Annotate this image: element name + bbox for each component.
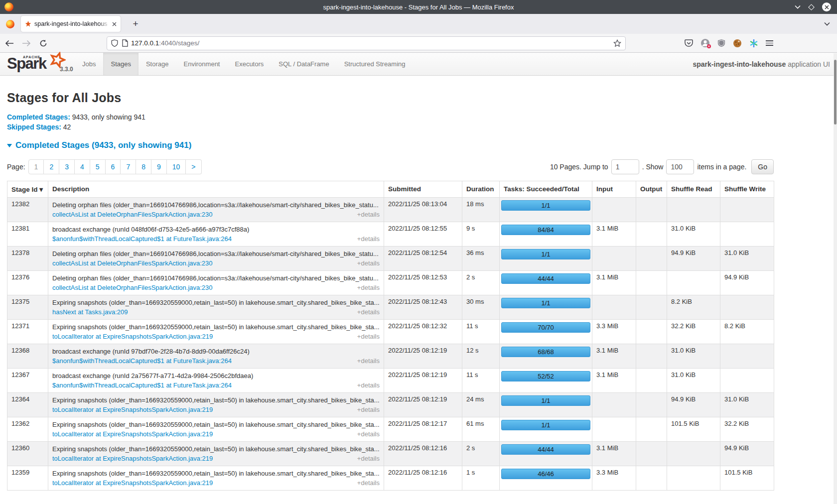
stage-detail-link[interactable]: toLocalIterator at ExpireSnapshotsSparkA… bbox=[52, 454, 213, 463]
stage-detail-link[interactable]: toLocalIterator at ExpireSnapshotsSparkA… bbox=[52, 478, 213, 488]
column-header-input[interactable]: Input bbox=[592, 181, 636, 198]
items-per-page-input[interactable] bbox=[666, 159, 694, 174]
tab-close-icon[interactable] bbox=[112, 22, 117, 26]
output-cell bbox=[636, 247, 667, 271]
details-toggle[interactable]: +details bbox=[357, 283, 380, 292]
forward-button[interactable] bbox=[19, 36, 34, 50]
firefox-icon[interactable] bbox=[6, 20, 14, 28]
ublock-origin-icon[interactable] bbox=[717, 39, 725, 47]
shuffle-write-cell: 32.2 KiB bbox=[720, 417, 774, 442]
stage-detail-link[interactable]: collectAsList at DeleteOrphanFilesSparkA… bbox=[52, 258, 213, 268]
show-label: . Show bbox=[642, 163, 664, 171]
page-button-4[interactable]: 4 bbox=[75, 159, 90, 174]
page-button-9[interactable]: 9 bbox=[151, 159, 167, 174]
next-page-button[interactable]: > bbox=[186, 159, 201, 174]
stage-id-cell: 12381 bbox=[7, 222, 48, 247]
input-cell bbox=[592, 295, 636, 320]
page-button-3[interactable]: 3 bbox=[59, 159, 75, 174]
back-button[interactable] bbox=[2, 36, 17, 50]
pocket-icon[interactable] bbox=[685, 39, 693, 47]
application-ui-label: spark-ingest-into-lakehouse application … bbox=[693, 53, 830, 75]
app-menu-icon[interactable] bbox=[766, 39, 773, 47]
column-header-shuffle-write[interactable]: Shuffle Write bbox=[720, 181, 774, 198]
nav-item-sql-dataframe[interactable]: SQL / DataFrame bbox=[271, 53, 336, 75]
column-header-tasks-succeeded-total[interactable]: Tasks: Succeeded/Total bbox=[500, 181, 592, 198]
details-toggle[interactable]: +details bbox=[357, 307, 380, 317]
completed-stages-link[interactable]: Completed Stages: bbox=[7, 113, 70, 121]
tasks-progress-bar: 1/1 bbox=[501, 200, 590, 211]
stage-detail-link[interactable]: $anonfun$withThreadLocalCaptured$1 at Fu… bbox=[52, 380, 232, 390]
column-header-submitted[interactable]: Submitted bbox=[384, 181, 462, 198]
nav-item-stages[interactable]: Stages bbox=[103, 53, 138, 75]
url-bar[interactable]: 127.0.0.1:4040/stages/ bbox=[107, 36, 626, 50]
nav-item-executors[interactable]: Executors bbox=[227, 53, 271, 75]
nav-item-environment[interactable]: Environment bbox=[176, 53, 228, 75]
description-cell: broadcast exchange (runId 97bdf70e-2f28-… bbox=[48, 344, 384, 369]
stage-detail-link[interactable]: toLocalIterator at ExpireSnapshotsSparkA… bbox=[52, 429, 213, 439]
details-toggle[interactable]: +details bbox=[357, 332, 380, 341]
window-maximize-icon[interactable] bbox=[808, 4, 815, 10]
table-row: 12378Deleting orphan files (older_than=1… bbox=[7, 247, 774, 271]
account-icon[interactable] bbox=[700, 38, 710, 48]
page-content: Stages for All Jobs Completed Stages: 94… bbox=[7, 91, 774, 491]
scrollbar[interactable] bbox=[834, 53, 837, 504]
column-header-duration[interactable]: Duration bbox=[462, 181, 500, 198]
bookmark-star-icon[interactable] bbox=[613, 39, 621, 47]
window-close-icon[interactable] bbox=[822, 2, 831, 11]
nav-item-storage[interactable]: Storage bbox=[139, 53, 176, 75]
column-header-shuffle-read[interactable]: Shuffle Read bbox=[667, 181, 720, 198]
stage-detail-link[interactable]: hasNext at Tasks.java:209 bbox=[52, 307, 128, 317]
details-toggle[interactable]: +details bbox=[357, 380, 380, 390]
details-toggle[interactable]: +details bbox=[357, 234, 380, 244]
page-button-7[interactable]: 7 bbox=[121, 159, 136, 174]
shuffle-read-cell bbox=[667, 466, 720, 491]
tab-list-dropdown-icon[interactable] bbox=[824, 22, 830, 26]
stage-detail-link[interactable]: collectAsList at DeleteOrphanFilesSparkA… bbox=[52, 283, 213, 292]
shield-icon[interactable] bbox=[111, 39, 118, 47]
details-toggle[interactable]: +details bbox=[357, 429, 380, 439]
submitted-cell: 2022/11/25 08:12:16 bbox=[384, 466, 462, 491]
page-button-1[interactable]: 1 bbox=[28, 159, 44, 174]
details-toggle[interactable]: +details bbox=[357, 258, 380, 268]
new-tab-button[interactable]: + bbox=[129, 17, 142, 31]
go-button[interactable]: Go bbox=[751, 159, 774, 174]
stage-detail-link[interactable]: $anonfun$withThreadLocalCaptured$1 at Fu… bbox=[52, 356, 232, 366]
completed-stages-section-toggle[interactable]: Completed Stages (9433, only showing 941… bbox=[7, 140, 774, 150]
scrollbar-thumb[interactable] bbox=[834, 60, 837, 125]
spark-favicon-icon bbox=[25, 21, 31, 27]
column-header-description[interactable]: Description bbox=[48, 181, 384, 198]
output-cell bbox=[636, 222, 667, 247]
page-button-2[interactable]: 2 bbox=[44, 159, 59, 174]
submitted-cell: 2022/11/25 08:12:54 bbox=[384, 247, 462, 271]
stage-detail-link[interactable]: collectAsList at DeleteOrphanFilesSparkA… bbox=[52, 210, 213, 219]
tab-spark-ingest[interactable]: spark-ingest-into-lakehous bbox=[21, 16, 121, 32]
details-toggle[interactable]: +details bbox=[357, 210, 380, 219]
stage-detail-link[interactable]: toLocalIterator at ExpireSnapshotsSparkA… bbox=[52, 405, 213, 414]
stage-detail-link[interactable]: toLocalIterator at ExpireSnapshotsSparkA… bbox=[52, 332, 213, 341]
reload-button[interactable] bbox=[36, 36, 51, 50]
jump-to-page-input[interactable] bbox=[611, 159, 639, 174]
details-toggle[interactable]: +details bbox=[357, 405, 380, 414]
shuffle-write-cell: 94.9 KiB bbox=[720, 271, 774, 295]
duration-cell: 2 s bbox=[462, 442, 500, 466]
details-toggle[interactable]: +details bbox=[357, 356, 380, 366]
stage-detail-link[interactable]: $anonfun$withThreadLocalCaptured$1 at Fu… bbox=[52, 234, 232, 244]
cookie-icon[interactable] bbox=[733, 39, 742, 48]
application-name: spark-ingest-into-lakehouse bbox=[693, 60, 786, 68]
column-header-output[interactable]: Output bbox=[636, 181, 667, 198]
page-button-8[interactable]: 8 bbox=[136, 159, 151, 174]
page-info-icon[interactable] bbox=[122, 39, 128, 47]
nav-item-structured-streaming[interactable]: Structured Streaming bbox=[337, 53, 413, 75]
page-button-6[interactable]: 6 bbox=[106, 159, 121, 174]
page-button-10[interactable]: 10 bbox=[167, 159, 186, 174]
multicolor-asterisk-icon[interactable] bbox=[749, 39, 758, 48]
details-toggle[interactable]: +details bbox=[357, 454, 380, 463]
skipped-stages-link[interactable]: Skipped Stages: bbox=[7, 123, 61, 131]
page-button-5[interactable]: 5 bbox=[90, 159, 106, 174]
nav-item-jobs[interactable]: Jobs bbox=[75, 53, 103, 75]
window-minimize-icon[interactable] bbox=[795, 5, 801, 9]
details-toggle[interactable]: +details bbox=[357, 478, 380, 488]
page-label: Page: bbox=[7, 163, 25, 171]
column-header-stage-id[interactable]: Stage Id ▾ bbox=[7, 181, 48, 198]
spark-logo[interactable]: APACHE Spark 3.3.0 bbox=[6, 53, 75, 75]
